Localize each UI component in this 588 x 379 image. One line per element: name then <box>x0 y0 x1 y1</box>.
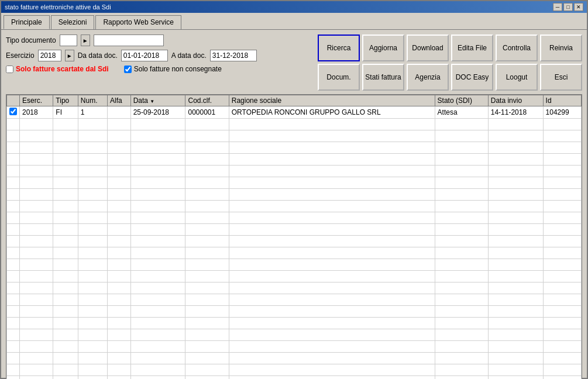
col-ragione-sociale[interactable]: Ragione sociale <box>229 95 435 106</box>
cell-checkbox[interactable] <box>7 106 20 119</box>
col-stato-sdi[interactable]: Stato (SDI) <box>435 95 488 106</box>
reinvia-button[interactable]: Reinvia <box>540 35 582 61</box>
button-row-2: Docum. Stati fattura Agenzia DOC Easy Lo… <box>318 64 582 91</box>
docum-button[interactable]: Docum. <box>318 64 360 91</box>
controlla-button[interactable]: Controlla <box>496 35 538 61</box>
table-row-empty <box>7 177 582 189</box>
cell-empty-checkbox <box>7 329 20 341</box>
stati-fattura-button[interactable]: Stati fattura <box>362 64 404 91</box>
col-data[interactable]: Data ▼ <box>130 95 185 106</box>
main-window: stato fatture elettroniche attive da Sdi… <box>0 0 588 379</box>
col-checkbox <box>7 95 20 106</box>
table-row-empty <box>7 142 582 154</box>
table-row-empty <box>7 247 582 259</box>
table-row-empty <box>7 294 582 306</box>
col-tipo[interactable]: Tipo <box>53 95 78 106</box>
col-cod-clf[interactable]: Cod.clf. <box>185 95 229 106</box>
cell-empty-checkbox <box>7 306 20 318</box>
doc-easy-button[interactable]: DOC Easy <box>451 64 493 91</box>
esercizio-arrow[interactable]: ► <box>65 50 74 61</box>
esci-button[interactable]: Esci <box>540 64 582 91</box>
loogut-button[interactable]: Loogut <box>496 64 538 91</box>
tab-rapporto[interactable]: Rapporto Web Service <box>95 15 181 29</box>
cell-empty-checkbox <box>7 166 20 177</box>
col-num[interactable]: Num. <box>78 95 107 106</box>
esercizio-label: Esercizio <box>6 51 35 60</box>
button-row-1: Ricerca Aggiorna Download Edita File Con… <box>318 35 582 61</box>
solo-scartate-label[interactable]: Solo fatture scartate dal Sdi <box>6 65 109 73</box>
tab-selezioni[interactable]: Selezioni <box>51 15 95 29</box>
sort-icon: ▼ <box>150 99 154 104</box>
solo-scartate-checkbox[interactable] <box>6 66 13 73</box>
cell-empty-checkbox <box>7 353 20 364</box>
cell-empty-checkbox <box>7 130 20 142</box>
cell-empty-checkbox <box>7 294 20 306</box>
table-row-empty <box>7 166 582 177</box>
maximize-button[interactable]: □ <box>563 3 573 11</box>
solo-non-consegnate-checkbox[interactable] <box>124 66 132 73</box>
table-row-empty <box>7 154 582 166</box>
table-row-empty <box>7 224 582 236</box>
solo-non-consegnate-text: Solo fatture non consegnate <box>134 65 222 73</box>
cell-cod-clf: 0000001 <box>185 106 229 119</box>
cell-empty-checkbox <box>7 201 20 212</box>
cell-empty-checkbox <box>7 189 20 201</box>
fields-section: Tipo documento ► Esercizio ► Da data doc… <box>6 35 315 91</box>
cell-id: 104299 <box>543 106 581 119</box>
solo-non-consegnate-label[interactable]: Solo fatture non consegnate <box>124 65 222 73</box>
minimize-button[interactable]: ─ <box>553 3 562 11</box>
cell-empty-checkbox <box>7 341 20 353</box>
tab-principale[interactable]: Principale <box>4 15 50 29</box>
a-data-input[interactable] <box>210 50 257 61</box>
col-alfa[interactable]: Alfa <box>108 95 131 106</box>
cell-empty-checkbox <box>7 154 20 166</box>
tipo-doc-arrow[interactable]: ► <box>81 35 90 46</box>
cell-empty-checkbox <box>7 259 20 271</box>
table-row-empty <box>7 271 582 282</box>
table-row-empty <box>7 236 582 247</box>
table-row-empty <box>7 259 582 271</box>
table-row-empty <box>7 329 582 341</box>
close-button[interactable]: ✕ <box>574 3 583 11</box>
data-table: Eserc. Tipo Num. Alfa Data ▼ Cod.clf. Ra… <box>6 95 582 379</box>
table-row-empty <box>7 130 582 142</box>
window-title: stato fatture elettroniche attive da Sdi <box>5 4 111 11</box>
table-row-empty <box>7 282 582 294</box>
col-data-invio[interactable]: Data invio <box>488 95 543 106</box>
edita-file-button[interactable]: Edita File <box>451 35 493 61</box>
cell-empty-checkbox <box>7 119 20 130</box>
cell-empty-checkbox <box>7 212 20 224</box>
cell-empty-checkbox <box>7 236 20 247</box>
cell-data-invio: 14-11-2018 <box>488 106 543 119</box>
cell-empty-checkbox <box>7 247 20 259</box>
cell-empty-checkbox <box>7 177 20 189</box>
da-data-input[interactable] <box>121 50 168 61</box>
cell-empty-checkbox <box>7 364 20 376</box>
esercizio-input[interactable] <box>38 50 61 61</box>
cell-data: 25-09-2018 <box>130 106 185 119</box>
tipo-doc-input[interactable] <box>94 35 164 46</box>
cell-ragione-sociale: ORTOPEDIA RONCONI GRUPPO GALLO SRL <box>229 106 435 119</box>
aggiorna-button[interactable]: Aggiorna <box>362 35 404 61</box>
esercizio-row: Esercizio ► Da data doc. A data doc. <box>6 50 315 61</box>
data-table-container: Eserc. Tipo Num. Alfa Data ▼ Cod.clf. Ra… <box>6 94 582 379</box>
cell-empty-checkbox <box>7 271 20 282</box>
table-row-empty <box>7 318 582 329</box>
cell-empty-checkbox <box>7 282 20 294</box>
download-button[interactable]: Download <box>407 35 449 61</box>
table-row-empty <box>7 376 582 380</box>
table-row-empty <box>7 353 582 364</box>
col-eserc[interactable]: Eserc. <box>20 95 53 106</box>
table-row-empty <box>7 341 582 353</box>
tab-bar: Principale Selezioni Rapporto Web Servic… <box>1 13 587 30</box>
tipo-doc-short-input[interactable] <box>60 35 77 46</box>
ricerca-button[interactable]: Ricerca <box>318 35 360 61</box>
cell-empty-checkbox <box>7 224 20 236</box>
table-row-empty <box>7 306 582 318</box>
tipo-doc-row: Tipo documento ► <box>6 35 315 46</box>
cell-empty-checkbox <box>7 376 20 380</box>
table-row[interactable]: 2018 FI 1 25-09-2018 0000001 ORTOPEDIA R… <box>7 106 582 119</box>
agenzia-button[interactable]: Agenzia <box>407 64 449 91</box>
col-id[interactable]: Id <box>543 95 581 106</box>
button-grid: Ricerca Aggiorna Download Edita File Con… <box>318 35 582 91</box>
